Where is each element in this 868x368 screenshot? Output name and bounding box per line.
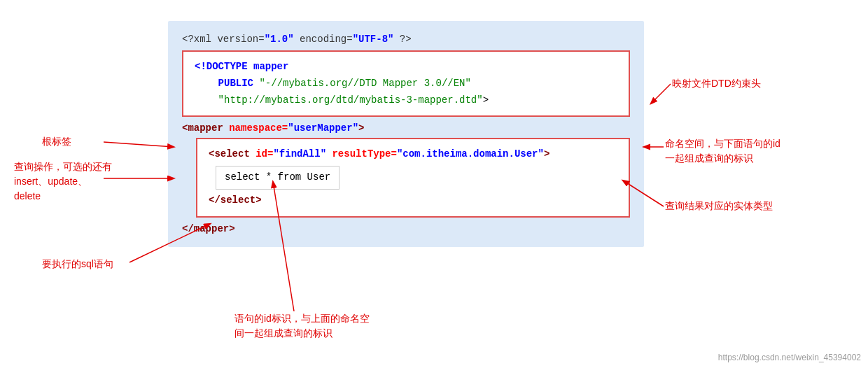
svg-line-0	[651, 84, 671, 104]
xml-code-block: <?xml version="1.0" encoding="UTF-8" ?> …	[168, 21, 644, 247]
xml-declaration: <?xml version="1.0" encoding="UTF-8" ?>	[182, 34, 630, 45]
result-type-annotation: 查询结果对应的实体类型	[665, 199, 773, 213]
mapper-open-tag: <mapper namespace="userMapper">	[182, 122, 630, 134]
root-tag-annotation: 根标签	[42, 135, 71, 149]
id-annotation: 语句的id标识，与上面的命名空间一起组成查询的标识	[234, 311, 370, 341]
mapper-close-tag: </mapper>	[182, 223, 630, 234]
dtd-annotation: 映射文件DTD约束头	[672, 77, 761, 91]
namespace-annotation: 命名空间，与下面语句的id一起组成查询的标识	[665, 136, 780, 166]
doctype-box: <!DOCTYPE mapper PUBLIC "-//mybatis.org/…	[182, 50, 630, 117]
svg-line-2	[104, 142, 174, 147]
select-box: <select id="findAll" resultType="com.ith…	[196, 138, 630, 217]
sql-annotation: 要执行的sql语句	[42, 257, 113, 271]
sql-body: select * from User	[216, 166, 340, 190]
watermark: https://blog.csdn.net/weixin_45394002	[718, 353, 861, 362]
query-op-annotation: 查询操作，可选的还有insert、update、delete	[14, 160, 112, 204]
